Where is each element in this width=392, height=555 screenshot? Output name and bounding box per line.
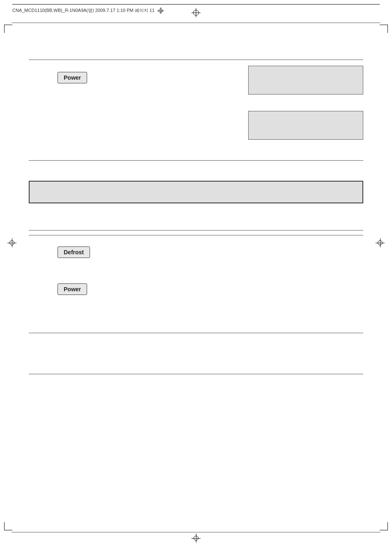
corner-mark-bl: [4, 522, 12, 530]
crosshair-right: [376, 238, 385, 247]
header-text: CNA_MCD1110(BB,WB)_R-1N0A9A(영) 2009.7.17…: [12, 7, 154, 14]
divider-line-5: [29, 333, 363, 333]
power-button-bottom[interactable]: Power: [58, 283, 87, 295]
crosshair-bottom: [191, 534, 201, 543]
display-rect-1: [248, 66, 363, 94]
defrost-button[interactable]: Defrost: [58, 246, 90, 258]
crosshair-left: [7, 238, 16, 247]
corner-mark-br: [380, 522, 388, 530]
corner-mark-tl: [4, 25, 12, 33]
header-crosshair-inline: [156, 6, 165, 15]
divider-line-1: [29, 60, 363, 60]
header-bar: CNA_MCD1110(BB,WB)_R-1N0A9A(영) 2009.7.17…: [12, 4, 380, 16]
top-border-line: [12, 23, 380, 23]
divider-line-3: [29, 230, 363, 230]
display-rect-2: [248, 111, 363, 140]
display-rect-full: [29, 181, 363, 203]
bottom-border-line: [12, 532, 380, 532]
corner-mark-tr: [380, 25, 388, 33]
divider-line-6: [29, 374, 363, 374]
divider-line-2: [29, 160, 363, 161]
power-button-top[interactable]: Power: [58, 72, 87, 83]
divider-line-4: [29, 235, 363, 235]
